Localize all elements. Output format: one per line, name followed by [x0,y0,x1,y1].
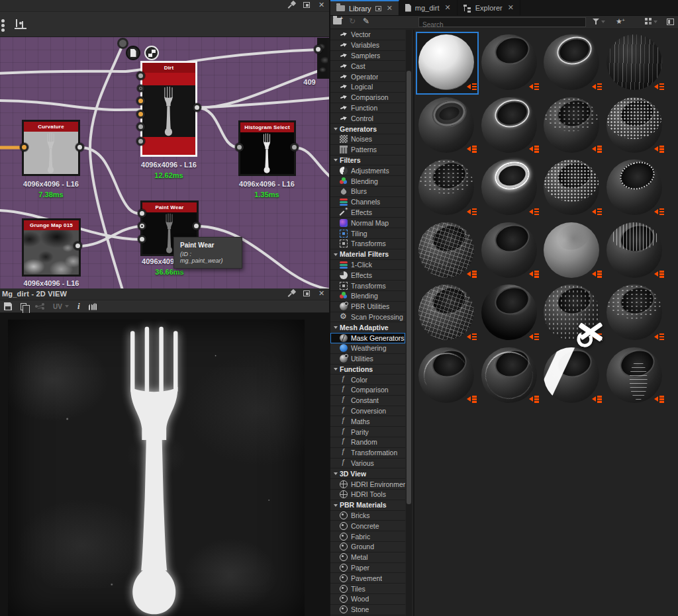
tree-item-blurs[interactable]: Blurs [330,187,405,197]
tree-item-mesh-adaptive[interactable]: Mesh Adaptive [330,322,405,333]
tree-item-paper[interactable]: Paper [330,563,405,574]
tree-item-pbr-materials[interactable]: PBR Materials [330,500,405,511]
copy-icon[interactable] [21,303,26,310]
close-icon[interactable]: ✕ [318,290,325,297]
info-icon[interactable]: i [77,301,80,312]
material-thumbnail-5[interactable] [416,95,479,157]
add-folder-icon[interactable] [333,18,342,24]
node-pin-output[interactable] [73,242,82,250]
edit-icon[interactable]: ✎ [363,17,369,25]
graph-node-grunge-map[interactable]: Grunge Map 015 [22,218,81,277]
save-icon[interactable] [4,302,12,310]
graph-node-curvature[interactable]: Curvature [22,120,80,176]
tree-item-various[interactable]: Various [330,459,405,469]
material-thumbnail-7[interactable] [541,95,604,157]
tree-item-tiling[interactable]: Tiling [330,228,405,239]
material-thumbnail-1[interactable] [416,32,479,95]
tree-item-material-filters[interactable]: Material Filters [330,249,405,260]
close-icon[interactable]: ✕ [387,4,393,13]
tab-explorer[interactable]: Explorer ✕ [458,0,520,15]
tree-item-transformation[interactable]: Transformation [330,448,405,459]
scrollbar-thumb[interactable] [407,71,411,504]
tree-item-bricks[interactable]: Bricks [330,511,405,521]
node-pin-input[interactable] [136,137,145,146]
tree-item-samplers[interactable]: Samplers [330,51,405,62]
tree-item-transforms[interactable]: Transforms [330,239,405,249]
tree-item-pbr-utilities[interactable]: PBR Utilities [330,302,405,312]
tree-item-parity[interactable]: Parity [330,427,405,437]
tree-item-conversion[interactable]: Conversion [330,406,405,417]
node-compare-button[interactable] [126,46,140,60]
tab-library[interactable]: Library ✕ [330,0,399,15]
tree-item-scan-processing[interactable]: Scan Processing [330,312,405,323]
uv-dropdown[interactable]: UV [53,303,69,310]
tree-item-comparison[interactable]: Comparison [330,93,405,103]
material-thumbnail-20[interactable] [604,282,667,345]
tree-item-vector[interactable]: Vector [330,30,405,40]
tree-item-adjustments[interactable]: Adjustments [330,165,405,176]
graph-node-dirt[interactable]: Dirt [140,61,197,157]
close-icon[interactable]: ✕ [508,3,514,12]
material-thumbnail-23[interactable] [541,345,604,408]
tree-item-color[interactable]: Color [330,374,405,385]
tree-item-metal[interactable]: Metal [330,552,405,563]
tab-mg-dirt[interactable]: mg_dirt ✕ [399,0,458,15]
material-thumbnail-8[interactable] [604,95,667,157]
tree-item-cast[interactable]: Cast [330,61,405,71]
material-thumbnail-17[interactable] [416,282,479,345]
material-thumbnail-16[interactable] [604,220,667,283]
tree-item-variables[interactable]: Variables [330,40,405,51]
graph-node-histogram-select[interactable]: Histogram Select [238,120,296,176]
tree-item-pavement[interactable]: Pavement [330,573,405,584]
material-thumbnail-15[interactable] [541,220,604,283]
tree-item-tiles[interactable]: Tiles [330,584,405,594]
tree-item-function[interactable]: Function [330,103,405,114]
material-thumbnail-21[interactable] [416,345,479,408]
thumbnail-view-dropdown[interactable] [645,18,657,25]
pin-icon[interactable] [288,290,295,297]
material-thumbnail-19[interactable] [541,282,604,345]
tree-item-constant[interactable]: Constant [330,396,405,406]
material-thumbnail-10[interactable] [479,157,542,220]
material-thumbnail-4[interactable] [604,32,667,95]
view2d-titlebar[interactable]: Mg_dirt - 2D VIEW ✕ [0,288,329,300]
tree-item-transforms[interactable]: Transforms [330,281,405,291]
node-pin-output[interactable] [193,103,201,112]
tree-item-generators[interactable]: Generators [330,124,405,134]
tree-item-ground[interactable]: Ground [330,542,405,552]
graph-canvas[interactable]: 409 Curvature 4096x4096 - L16 7.38ms Dir… [0,37,329,288]
tree-item-blending[interactable]: Blending [330,176,405,187]
panel-layout-icon[interactable] [667,19,674,25]
close-icon[interactable]: ✕ [318,1,325,9]
node-pin-output[interactable] [290,143,299,152]
node-pin-output[interactable] [192,222,201,230]
tree-item-hdri-tools[interactable]: HDRI Tools [330,490,405,500]
tree-item-wood[interactable]: Wood [330,594,405,605]
favorite-add-icon[interactable]: ★ [616,18,622,25]
tree-item-operator[interactable]: Operator [330,71,405,82]
material-thumbnail-9[interactable] [416,157,479,220]
node-pin-input[interactable] [136,122,145,131]
tree-item-channels[interactable]: Channels [330,197,405,208]
material-thumbnail-6[interactable] [479,95,542,157]
tree-item-random[interactable]: Random [330,437,405,448]
node-pin-input[interactable] [20,143,28,152]
tree-item-functions[interactable]: Functions [330,365,405,375]
tree-item-1-click[interactable]: 1-Click [330,260,405,271]
tree-item-comparison[interactable]: Comparison [330,385,405,396]
tree-item-noises[interactable]: Noises [330,134,405,145]
wire-dot-node[interactable] [117,38,128,49]
material-thumbnail-14[interactable] [479,220,542,283]
graph-node-partial[interactable] [317,38,329,79]
node-preview-button[interactable] [144,46,159,60]
dock-icon[interactable] [303,2,310,8]
tree-item-concrete[interactable]: Concrete [330,521,405,531]
material-thumbnail-24[interactable] [604,345,667,408]
tree-item-mask-generators[interactable]: Mask Generators [330,333,405,343]
node-pin-input[interactable] [314,45,322,54]
tree-item-utilities[interactable]: Utilities [330,354,405,365]
node-pin-input[interactable] [136,110,145,118]
refresh-icon[interactable]: ↻ [349,17,356,25]
filter-dropdown[interactable] [593,18,605,25]
link-node-icon[interactable] [35,303,44,310]
